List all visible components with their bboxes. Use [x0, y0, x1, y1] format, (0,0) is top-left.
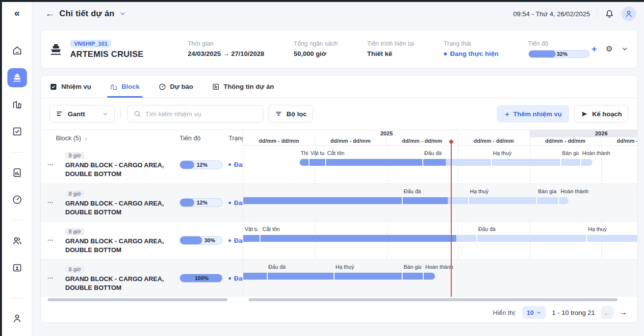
sidebar-item-factory[interactable]: [7, 95, 27, 114]
gantt-bar-fill: [243, 235, 456, 242]
tab-block[interactable]: Block: [110, 76, 140, 98]
sort-icon[interactable]: ↑↓: [84, 136, 87, 141]
field-value: 24/03/2025 → 27/10/2028: [188, 50, 264, 57]
add-task-label: Thêm nhiệm vụ: [513, 110, 562, 118]
prev-page-button[interactable]: ←: [601, 306, 614, 319]
gantt-bar[interactable]: [243, 235, 637, 242]
search-box[interactable]: [127, 105, 263, 123]
card-chevron-down-icon[interactable]: [621, 46, 628, 52]
phase-divider: [309, 159, 309, 166]
filter-label: Bộ lọc: [286, 110, 307, 118]
phase-label: Hoàn thành: [582, 150, 610, 156]
sidebar-item-team[interactable]: [7, 231, 27, 250]
next-page-button[interactable]: →: [619, 308, 627, 317]
phase-label: Hạ thuỷ: [588, 226, 607, 232]
search-input[interactable]: [145, 110, 257, 118]
phase-divider: [334, 273, 335, 280]
tab-label: Nhiệm vụ: [61, 83, 91, 90]
plan-label: Kế hoạch: [592, 110, 622, 118]
page-size-label: Hiển thị:: [493, 309, 516, 316]
table-row[interactable]: •••8 giờGRAND BLOCK - CARGO AREA, DOUBLE…: [41, 221, 243, 259]
title-chevron-down-icon[interactable]: [119, 10, 126, 17]
tab-label: Block: [122, 83, 140, 90]
field-progress: Tiến độ 32%: [528, 40, 590, 58]
phase-divider: [422, 159, 423, 166]
chevron-down-icon: [536, 310, 541, 315]
sidebar-collapse-icon[interactable]: «: [14, 8, 20, 18]
row-menu-icon[interactable]: •••: [48, 276, 65, 281]
sidebar-item-reports[interactable]: [7, 163, 27, 182]
field-value: Thiết kế: [367, 50, 414, 57]
timeline-header: 2025 2026 dd/mm - dd/mmdd/mm - dd/mmdd/m…: [243, 130, 637, 146]
status-badge: Đang thực hiện: [450, 50, 499, 57]
sidebar-item-tasks[interactable]: [7, 122, 27, 141]
table-header: Block (5)↑↓ Tiến độ Trạng thái: [41, 130, 243, 146]
tab-du-bao[interactable]: Dự báo: [158, 76, 193, 98]
gantt-area: 2025 2026 dd/mm - dd/mmdd/mm - dd/mmdd/m…: [243, 130, 637, 297]
block-title: GRAND BLOCK - CARGO AREA, DOUBLE BOTTOM: [65, 237, 173, 255]
hours-badge: 8 giờ: [65, 152, 84, 159]
field-status: Trạng thái Đang thực hiện: [444, 40, 499, 58]
filter-button[interactable]: Bộ lọc: [268, 105, 313, 123]
plan-button[interactable]: Kế hoạch: [574, 105, 628, 123]
gantt-row: Đấu đàHạ thuỷBàn giaoHoàn thành: [243, 183, 637, 221]
contacts-icon: [12, 262, 23, 273]
phase-divider: [580, 159, 581, 166]
toolbar: Gantt Bộ lọc + Thê: [41, 98, 637, 129]
gantt-scrollbar[interactable]: [249, 298, 618, 301]
table-row[interactable]: •••8 giờGRAND BLOCK - CARGO AREA, DOUBLE…: [41, 183, 243, 221]
row-progress-bar: 12%: [180, 160, 223, 169]
view-select[interactable]: Gantt: [50, 105, 115, 123]
tab-thong-tin[interactable]: Thông tin dự án: [212, 76, 274, 98]
row-status: Đang thực hiện: [229, 199, 243, 207]
row-menu-icon[interactable]: •••: [48, 238, 65, 243]
gear-icon[interactable]: ⚙: [606, 45, 613, 53]
gantt-bar[interactable]: [300, 159, 592, 166]
gantt-bar[interactable]: [243, 273, 435, 280]
block-title: GRAND BLOCK - CARGO AREA, DOUBLE BOTTOM: [65, 199, 173, 217]
field-budget: Tổng ngân sách 50,000 giờ: [294, 40, 338, 58]
column-header-block[interactable]: Block (5): [56, 134, 81, 142]
report-icon: [12, 167, 23, 178]
status-dot: [229, 202, 231, 204]
phase-label: Hoàn thành: [425, 264, 453, 270]
tab-label: Dự báo: [170, 83, 193, 90]
phase-label: Cắt tôn: [327, 150, 344, 156]
sidebar: «: [2, 2, 32, 336]
sidebar-item-projects[interactable]: [7, 68, 27, 87]
view-select-value: Gantt: [68, 110, 85, 118]
row-menu-icon[interactable]: •••: [48, 162, 65, 167]
avatar[interactable]: [621, 6, 636, 21]
gantt-bar-fill: [243, 197, 448, 204]
sidebar-item-forecast[interactable]: [7, 190, 27, 209]
phase-label: Hạ thuỷ: [470, 188, 489, 194]
add-icon[interactable]: +: [592, 45, 597, 53]
sidebar-item-profile[interactable]: [7, 309, 27, 328]
sidebar-divider: [11, 298, 24, 298]
pagination: Hiển thị: 10 1 - 10 trong 21 ← →: [41, 303, 637, 322]
table-row[interactable]: •••8 giờGRAND BLOCK - CARGO AREA, DOUBLE…: [41, 259, 243, 297]
field-label: Tiến trình hiện tại: [367, 40, 414, 47]
gantt-row: Đấu đàHạ thuỷBàn giaoHoàn thành: [243, 259, 637, 297]
column-header-status: Trạng thái: [229, 134, 243, 142]
tab-nhiem-vu[interactable]: Nhiệm vụ: [50, 76, 91, 98]
gantt-row: Vật tưCắt tônĐấu đàHạ thuỷ: [243, 221, 637, 259]
page-size-select[interactable]: 10: [522, 306, 546, 319]
sidebar-item-contacts[interactable]: [7, 258, 27, 277]
gantt-grid: Block (5)↑↓ Tiến độ Trạng thái •••8 giờG…: [41, 129, 637, 297]
bell-icon[interactable]: [604, 9, 615, 19]
phase-divider: [468, 197, 469, 204]
back-arrow-icon[interactable]: ←: [45, 8, 54, 19]
add-task-button[interactable]: + Thêm nhiệm vụ: [497, 105, 569, 123]
topbar: ← Chi tiết dự án 09:54 - Thứ 4, 26/02/20…: [32, 2, 644, 26]
phase-divider: [259, 235, 260, 242]
row-menu-icon[interactable]: •••: [48, 200, 65, 205]
sidebar-item-home[interactable]: [7, 41, 27, 60]
field-phase: Tiến trình hiện tại Thiết kế: [367, 40, 414, 58]
gantt-bar[interactable]: [243, 197, 568, 204]
table-scrollbar[interactable]: [48, 298, 228, 301]
period-cell: dd/mm - dd/mm: [386, 137, 458, 146]
gantt-body: Thiết kếVật tưCắt tônĐấu đàHạ thuỷBàn gi…: [243, 146, 637, 297]
table-row[interactable]: •••8 giờGRAND BLOCK - CARGO AREA, DOUBLE…: [41, 146, 243, 183]
gantt-bar-fill: [300, 159, 446, 166]
